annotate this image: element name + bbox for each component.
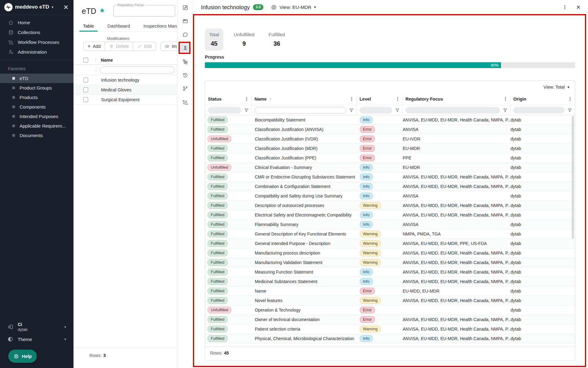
table-row[interactable]: UnfulfilledClinical Evaluation - Summary… <box>205 163 575 172</box>
tab-inspections-management[interactable]: Inspections Manag <box>142 20 177 32</box>
inspection-icon[interactable] <box>180 43 190 53</box>
theme-toggle[interactable]: Theme ▼ <box>4 334 69 345</box>
table-row[interactable]: FulfilledPatient selection criteriaWarni… <box>205 324 575 334</box>
history-icon[interactable] <box>180 70 190 80</box>
sidebar-item-etd[interactable]: eTD <box>0 74 74 83</box>
sidebar-item-components[interactable]: Components <box>0 102 74 112</box>
table-row[interactable]: Infusion technology <box>74 75 177 85</box>
stat-fulfilled[interactable]: Fulfilled 36 <box>265 29 288 51</box>
app-title[interactable]: meddevo eTD <box>15 4 49 10</box>
column-header-origin[interactable]: Origin ⋮ <box>511 95 575 103</box>
column-menu-icon[interactable]: ⋮ <box>568 96 572 102</box>
table-row[interactable]: FulfilledClassification Justification (A… <box>205 125 575 134</box>
row-checkbox[interactable] <box>83 97 88 102</box>
filter-funnel-icon[interactable] <box>503 108 508 113</box>
name-filter-input[interactable] <box>254 107 346 113</box>
column-menu-icon[interactable]: ⋮ <box>349 96 354 102</box>
table-row[interactable]: FulfilledMeasuring Function StatementInf… <box>205 267 575 277</box>
vertical-scrollbar[interactable] <box>572 116 574 239</box>
table-row[interactable]: FulfilledNovel featuresWarningANVISA, EU… <box>205 296 575 305</box>
table-row[interactable]: FulfilledCompatibility and Safety during… <box>205 191 575 201</box>
tab-dashboard[interactable]: Dashboard <box>106 20 131 32</box>
column-header-name[interactable]: Name <box>101 58 113 63</box>
table-row[interactable]: FulfilledPhysical, Chemical, Microbiolog… <box>205 334 575 343</box>
help-button[interactable]: Help <box>8 350 37 363</box>
sidebar-item-home[interactable]: Home <box>0 17 74 27</box>
filter-funnel-icon[interactable] <box>567 108 572 113</box>
import-button[interactable]: Imp <box>160 42 177 51</box>
sidebar-close-icon[interactable]: ✕ <box>63 4 69 10</box>
requirement-name: General Intended Purpose - Description <box>255 241 330 246</box>
browser-card-icon[interactable] <box>180 16 190 26</box>
filter-funnel-icon[interactable] <box>395 108 400 113</box>
sidebar-item-products[interactable]: Products <box>0 93 74 102</box>
column-menu-icon[interactable]: ⋮ <box>395 96 400 102</box>
table-row[interactable]: FulfilledCMR or Endocrine-Disrupting Sub… <box>205 172 575 182</box>
table-row[interactable]: FulfilledNameErrorEU-MDD, EU-MDRdytab <box>205 286 575 296</box>
close-icon[interactable]: ✕ <box>576 4 581 11</box>
table-row[interactable]: FulfilledCombination & Configuration Sta… <box>205 182 575 191</box>
sidebar-item-documents[interactable]: Documents <box>0 131 74 140</box>
table-row[interactable]: FulfilledBiocompatibility StatementInfoA… <box>205 115 575 125</box>
view-selector[interactable]: View: EU-MDR <box>280 5 311 10</box>
origin-filter-input[interactable] <box>513 107 565 113</box>
table-row[interactable]: FulfilledClassification Justification (M… <box>205 144 575 153</box>
favorite-star-icon[interactable]: ★ <box>99 7 105 14</box>
status-badge: Fulfilled <box>208 297 228 304</box>
column-header-level[interactable]: Level ⋮ <box>357 95 403 103</box>
stat-total[interactable]: Total 45 <box>205 29 223 51</box>
regulatory-focus-filter-input[interactable] <box>405 107 500 113</box>
filter-funnel-icon[interactable] <box>244 108 249 113</box>
table-row[interactable]: FulfilledMedicinal Substances StatementI… <box>205 277 575 286</box>
table-row[interactable]: FulfilledElectrical Safety and Electroma… <box>205 210 575 220</box>
sidebar-item-product-groups[interactable]: Product Groups <box>0 83 74 93</box>
level-filter-input[interactable] <box>360 107 392 113</box>
level-badge: Info <box>360 183 373 190</box>
table-row[interactable]: FulfilledGeneral Description of Key Func… <box>205 229 575 239</box>
table-row[interactable]: FulfilledFlammability SummaryInfoANVISAd… <box>205 220 575 229</box>
sidebar-item-applicable-requirem[interactable]: Applicable Requirem... <box>0 121 74 131</box>
add-button[interactable]: + Add <box>83 42 105 51</box>
row-checkbox[interactable] <box>83 87 88 92</box>
filter-funnel-icon[interactable] <box>349 108 354 113</box>
table-row[interactable]: UnfulfilledClassification Justification … <box>205 134 575 144</box>
comment-icon[interactable] <box>180 29 190 40</box>
user-menu[interactable]: Ci dytab ▼ <box>4 320 69 334</box>
column-header-regulatory-focus[interactable]: Regulatory Focus ⋮ <box>403 95 511 103</box>
table-row[interactable]: FulfilledDescription of outsourced proce… <box>205 201 575 210</box>
requirement-name: Patient selection criteria <box>255 327 300 332</box>
stat-unfulfilled[interactable]: Unfulfilled 9 <box>230 29 258 51</box>
branch-icon[interactable] <box>180 83 190 94</box>
name-filter-input[interactable] <box>100 66 175 74</box>
favorite-bullet-icon <box>12 115 15 118</box>
status-badge: Fulfilled <box>208 126 228 133</box>
edit-button[interactable]: Edit <box>133 42 156 51</box>
table-row[interactable]: FulfilledGeneral Intended Purpose - Desc… <box>205 239 575 248</box>
sidebar-item-workflow-processes[interactable]: Workflow Processes <box>0 37 74 47</box>
row-checkbox[interactable] <box>83 78 88 82</box>
note-edit-icon[interactable] <box>180 2 190 13</box>
column-header-status[interactable]: Status ⋮ <box>205 95 252 103</box>
table-row[interactable]: Surgical Equipment <box>74 95 177 105</box>
more-options-icon[interactable]: ⋮ <box>562 4 567 10</box>
workflow-icon[interactable] <box>180 97 190 107</box>
table-row[interactable]: Medical Gloves <box>74 85 177 95</box>
sidebar-item-administration[interactable]: Administration <box>0 47 74 57</box>
column-header-name[interactable]: Name ↑ ⋮ <box>252 95 357 103</box>
table-row[interactable]: FulfilledManufacturing process descripti… <box>205 248 575 258</box>
table-row[interactable]: FulfilledClassification Justification (P… <box>205 153 575 163</box>
sidebar-item-collections[interactable]: Collections <box>0 27 74 37</box>
table-row[interactable]: FulfilledOwner of technical documentatio… <box>205 315 575 324</box>
table-row[interactable]: UnfulfilledOperation & TechnologyErrordy… <box>205 305 575 315</box>
table-row[interactable]: FulfilledManufacturing Validation Statem… <box>205 258 575 267</box>
table-view-selector[interactable]: View: Total <box>544 85 565 90</box>
delete-button[interactable]: Delete <box>105 42 133 51</box>
regulatory-focus-field[interactable]: Regulatory Focus <box>113 3 175 17</box>
sidebar-item-intended-purposes[interactable]: Intended Purposes <box>0 112 74 121</box>
select-all-checkbox[interactable] <box>83 58 88 63</box>
status-filter-input[interactable] <box>208 107 241 113</box>
column-menu-icon[interactable]: ⋮ <box>503 96 508 102</box>
tab-table[interactable]: Table <box>82 20 95 32</box>
hierarchy-icon[interactable] <box>180 56 190 67</box>
column-menu-icon[interactable]: ⋮ <box>244 96 249 102</box>
